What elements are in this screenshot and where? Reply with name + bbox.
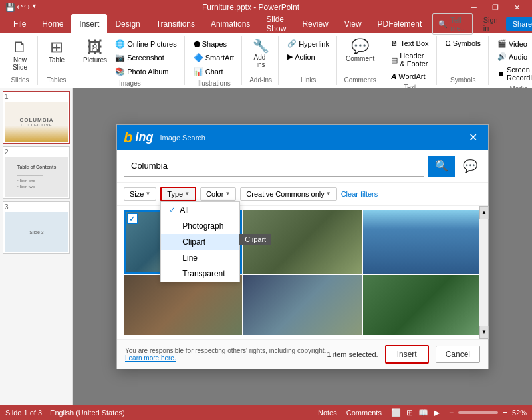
title-bar-left: 💾 ↩ ↪ ▼ [5,3,37,12]
header-footer-button[interactable]: ▤ Header& Footer [388,50,432,70]
close-button[interactable]: ✕ [507,0,527,15]
online-pictures-icon: 🌐 [115,39,125,49]
window-controls[interactable]: ─ ❐ ✕ [464,0,527,15]
search-button[interactable]: 🔍 [428,156,455,177]
addins-button[interactable]: 🔧 Add-ins [247,37,274,70]
size-filter-button[interactable]: Size ▼ [124,187,156,201]
tab-slideshow[interactable]: Slide Show [258,14,294,34]
type-all-option[interactable]: ✓ All [161,202,239,218]
type-transparent-option[interactable]: Transparent [161,266,239,282]
customize-icon[interactable]: ▼ [31,3,37,12]
smartart-icon: 🔷 [194,53,203,62]
group-media: 🎬 Video 🔊 Audio ⏺ ScreenRecording Media [490,36,532,85]
tab-transitions[interactable]: Transitions [148,14,203,34]
learn-more-link[interactable]: Learn more here. [125,354,176,362]
cancel-button[interactable]: Cancel [436,346,480,363]
tab-animations[interactable]: Animations [203,14,258,34]
scroll-up-button[interactable]: ▲ [479,206,489,219]
smartart-button[interactable]: 🔷 SmartArt [190,51,237,64]
zoom-slider[interactable] [458,411,498,414]
addins-label: Add-ins [254,54,268,68]
group-text: 🗎 Text Box ▤ Header& Footer A WordArt Te… [384,36,436,85]
chart-button[interactable]: 📊 Chart [190,65,237,78]
audio-button[interactable]: 🔊 Audio [494,51,532,63]
color-filter-button[interactable]: Color ▼ [200,187,236,201]
tab-view[interactable]: View [336,14,370,34]
clear-filters-button[interactable]: Clear filters [341,190,378,198]
normal-view-button[interactable]: ⬜ [389,407,403,418]
save-icon[interactable]: 💾 [5,3,15,12]
table-label: Table [49,56,65,64]
ribbon-content: 🗋 NewSlide Slides ⊞ Table Tables 🖼 Pictu [0,33,532,88]
tab-review[interactable]: Review [294,14,336,34]
canvas-area[interactable]: COLUMBIA COLLECTIVE LOOKBOOK 2019 b ing [73,88,532,405]
quick-access-toolbar: 💾 ↩ ↪ ▼ [5,3,37,12]
scroll-down-button[interactable]: ▼ [479,326,489,339]
image-cell-5[interactable] [243,275,362,335]
symbols-group-label: Symbols [450,75,475,84]
search-icon: 🔍 [438,20,448,29]
online-pictures-button[interactable]: 🌐 Online Pictures [112,37,180,51]
comments-button[interactable]: Comments [344,408,384,417]
tab-insert[interactable]: Insert [71,14,107,34]
group-links: 🔗 Hyperlink ▶ Action Links [280,36,337,85]
textbox-button[interactable]: 🗎 Text Box [388,37,432,49]
screen-recording-button[interactable]: ⏺ ScreenRecording [494,64,532,84]
action-button[interactable]: ▶ Action [284,51,332,63]
tab-pdfelement[interactable]: PDFelement [370,14,430,34]
type-line-option[interactable]: Line [161,250,239,266]
notes-button[interactable]: Notes [316,408,339,417]
undo-icon[interactable]: ↩ [17,3,23,12]
comments-group-label: Comments [344,75,376,84]
redo-icon[interactable]: ↪ [24,3,30,12]
tell-me-input[interactable]: 🔍 Tell me... [432,13,472,35]
audio-icon: 🔊 [497,52,507,61]
type-filter-button[interactable]: Type ▼ [160,187,196,201]
insert-button[interactable]: Insert [385,345,429,364]
zoom-control: − + 52% [447,407,527,418]
slideshow-button[interactable]: ▶ [432,407,442,418]
status-bar: Slide 1 of 3 English (United States) Not… [0,405,532,420]
photo-album-button[interactable]: 📚 Photo Album [112,65,180,78]
tab-home[interactable]: Home [34,14,71,34]
wordart-button[interactable]: A WordArt [388,70,432,82]
slide-sorter-button[interactable]: ⊞ [404,407,415,418]
table-button[interactable]: ⊞ Table [43,37,70,66]
new-slide-button[interactable]: 🗋 NewSlide [7,37,33,73]
selected-count: 1 item selected. [327,350,378,358]
slide-thumb-2[interactable]: 2 Table of Contents ───────── • Item one… [3,146,70,199]
hyperlink-button[interactable]: 🔗 Hyperlink [284,37,332,50]
signin-button[interactable]: Sign in [479,14,502,34]
view-buttons: ⬜ ⊞ 📖 ▶ [389,407,442,418]
comment-button[interactable]: 💬 Comment [342,37,378,64]
search-input[interactable] [124,156,424,177]
group-slides: 🗋 NewSlide Slides [3,36,38,85]
slide-thumb-3[interactable]: 3 Slide 3 [3,201,70,254]
tab-design[interactable]: Design [107,14,148,34]
minimize-button[interactable]: ─ [464,0,484,15]
tab-file[interactable]: File [5,14,34,34]
shapes-button[interactable]: ⬟ Shapes [190,37,237,51]
image-cell-4[interactable] [124,275,242,335]
footer-note: You are responsible for respecting other… [125,347,327,362]
dialog-close-button[interactable]: ✕ [465,130,481,145]
type-photograph-option[interactable]: Photograph [161,218,239,234]
ribbon-topbar-right: 🔍 Tell me... Sign in Share [430,13,532,35]
screenshot-button[interactable]: 📷 Screenshot [112,51,180,64]
restore-button[interactable]: ❐ [485,0,505,15]
chat-button[interactable]: 💬 [459,158,481,175]
image-cell-6[interactable] [363,275,481,335]
video-button[interactable]: 🎬 Video [494,37,532,50]
share-button[interactable]: Share [506,17,532,31]
zoom-in-button[interactable]: + [501,407,509,418]
zoom-out-button[interactable]: − [447,407,456,418]
slide-thumb-1[interactable]: 1 COLUMBIA COLLECTIVE [3,91,70,144]
image-cell-3[interactable] [363,210,481,274]
license-filter-button[interactable]: Creative Commons only ▼ [240,187,336,201]
pictures-button[interactable]: 🖼 Pictures [80,37,110,66]
footer-actions: 1 item selected. Insert Cancel [327,345,480,364]
group-tables: ⊞ Table Tables [39,36,74,85]
reading-view-button[interactable]: 📖 [416,407,430,418]
symbols-button[interactable]: Ω Symbols [442,37,484,49]
type-clipart-option[interactable]: Clipart Clipart [161,234,239,250]
